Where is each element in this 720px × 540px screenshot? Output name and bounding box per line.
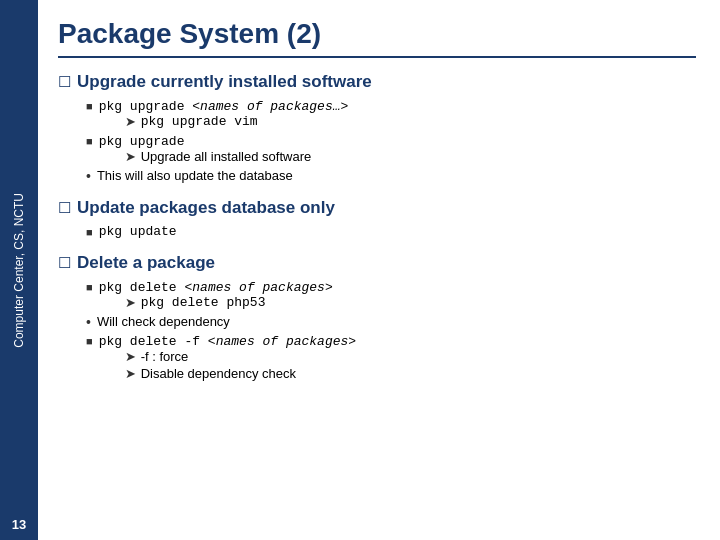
checkbox-icon-update: ☐ xyxy=(58,199,71,217)
section-upgrade: ☐ Upgrade currently installed software ■… xyxy=(58,72,696,188)
arrow-icon-2: ➤ xyxy=(125,366,136,381)
item-content: pkg delete -f <names of packages> ➤ -f :… xyxy=(99,333,356,383)
section-update-db: ☐ Update packages database only ■ pkg up… xyxy=(58,198,696,243)
note-text: Will check dependency xyxy=(97,314,230,329)
list-item-note: • Will check dependency xyxy=(86,314,696,330)
section-delete-title: Delete a package xyxy=(77,253,215,273)
list-item: ■ pkg delete -f <names of packages> ➤ -f… xyxy=(86,333,696,383)
arrow-sub: ➤ -f : force xyxy=(125,349,356,364)
checkbox-icon-delete: ☐ xyxy=(58,254,71,272)
arrow-text-2: Disable dependency check xyxy=(141,366,296,381)
arrow-text: pkg upgrade vim xyxy=(141,114,258,129)
arrow-text: -f : force xyxy=(141,349,189,364)
section-upgrade-header: ☐ Upgrade currently installed software xyxy=(58,72,696,92)
arrow-sub: ➤ Upgrade all installed software xyxy=(125,149,312,164)
bullet-icon: ■ xyxy=(86,335,93,347)
note-text: This will also update the database xyxy=(97,168,293,183)
checkbox-icon-upgrade: ☐ xyxy=(58,73,71,91)
section-delete: ☐ Delete a package ■ pkg delete <names o… xyxy=(58,253,696,387)
bullet-icon: ■ xyxy=(86,226,93,238)
bullet-dot-icon: • xyxy=(86,168,91,184)
bullet-icon: ■ xyxy=(86,281,93,293)
bullet-icon: ■ xyxy=(86,135,93,147)
list-item: ■ pkg delete <names of packages> ➤ pkg d… xyxy=(86,279,696,312)
code-text: pkg upgrade <names of packages…> xyxy=(99,99,349,114)
section-delete-header: ☐ Delete a package xyxy=(58,253,696,273)
code-text: pkg upgrade xyxy=(99,134,185,149)
arrow-text: pkg delete php53 xyxy=(141,295,266,310)
bullet-icon: ■ xyxy=(86,100,93,112)
sidebar-label: Computer Center, CS, NCTU xyxy=(11,193,28,348)
section-upgrade-title: Upgrade currently installed software xyxy=(77,72,372,92)
item-content: pkg upgrade ➤ Upgrade all installed soft… xyxy=(99,133,312,166)
list-item: ■ pkg upgrade <names of packages…> ➤ pkg… xyxy=(86,98,696,131)
arrow-icon: ➤ xyxy=(125,114,136,129)
code-text: pkg delete -f <names of packages> xyxy=(99,334,356,349)
list-item-note: • This will also update the database xyxy=(86,168,696,184)
list-item: ■ pkg update xyxy=(86,224,696,239)
arrow-icon: ➤ xyxy=(125,295,136,310)
delete-items: ■ pkg delete <names of packages> ➤ pkg d… xyxy=(86,279,696,383)
code-text: pkg update xyxy=(99,224,177,239)
arrow-sub-2: ➤ Disable dependency check xyxy=(125,366,356,381)
bullet-dot-icon: • xyxy=(86,314,91,330)
section-update-db-title: Update packages database only xyxy=(77,198,335,218)
page-number: 13 xyxy=(0,517,38,532)
title-divider xyxy=(58,56,696,58)
item-content: pkg delete <names of packages> ➤ pkg del… xyxy=(99,279,333,312)
arrow-text: Upgrade all installed software xyxy=(141,149,312,164)
arrow-icon: ➤ xyxy=(125,149,136,164)
sidebar: Computer Center, CS, NCTU 13 xyxy=(0,0,38,540)
main-content: Package System (2) ☐ Upgrade currently i… xyxy=(38,0,720,540)
page-title: Package System (2) xyxy=(58,18,696,50)
arrow-icon: ➤ xyxy=(125,349,136,364)
arrow-sub: ➤ pkg upgrade vim xyxy=(125,114,349,129)
arrow-sub: ➤ pkg delete php53 xyxy=(125,295,333,310)
item-content: pkg upgrade <names of packages…> ➤ pkg u… xyxy=(99,98,349,131)
code-text: pkg delete <names of packages> xyxy=(99,280,333,295)
upgrade-items: ■ pkg upgrade <names of packages…> ➤ pkg… xyxy=(86,98,696,184)
section-update-db-header: ☐ Update packages database only xyxy=(58,198,696,218)
list-item: ■ pkg upgrade ➤ Upgrade all installed so… xyxy=(86,133,696,166)
update-db-items: ■ pkg update xyxy=(86,224,696,239)
